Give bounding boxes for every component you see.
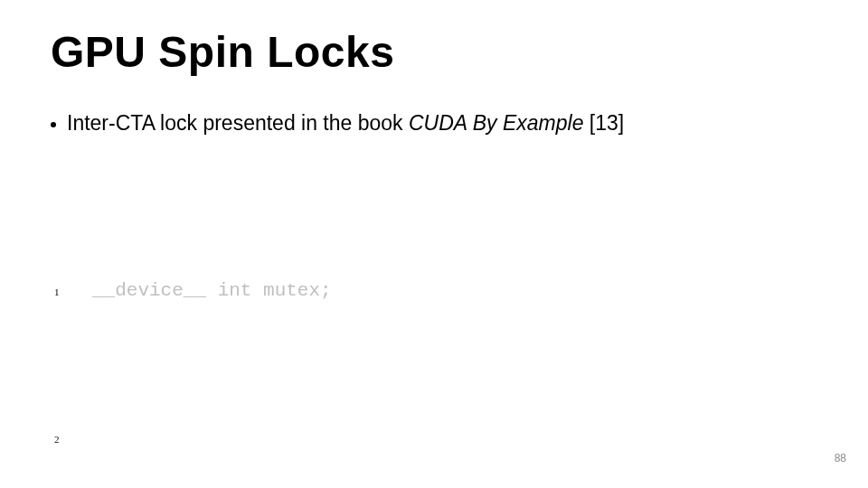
- code-line: 2: [51, 424, 817, 454]
- code-text: [81, 424, 817, 454]
- bullet-suffix: [13]: [583, 111, 624, 135]
- slide: GPU Spin Locks Inter-CTA lock presented …: [0, 0, 868, 488]
- code-text: __device__ int mutex;: [81, 277, 817, 306]
- code-block: 1 __device__ int mutex; 2 3 __device__ v…: [51, 159, 817, 488]
- bullet-text: Inter-CTA lock presented in the book CUD…: [67, 111, 624, 136]
- bullet-dot-icon: [51, 122, 56, 127]
- line-number: 1: [51, 278, 81, 300]
- bullet-item: Inter-CTA lock presented in the book CUD…: [51, 111, 817, 136]
- code-line: 1 __device__ int mutex;: [51, 277, 817, 306]
- slide-title: GPU Spin Locks: [51, 27, 817, 77]
- page-number: 88: [835, 452, 846, 465]
- line-number: 2: [51, 426, 81, 447]
- book-title: CUDA By Example: [409, 111, 583, 135]
- bullet-prefix: Inter-CTA lock presented in the book: [67, 111, 409, 135]
